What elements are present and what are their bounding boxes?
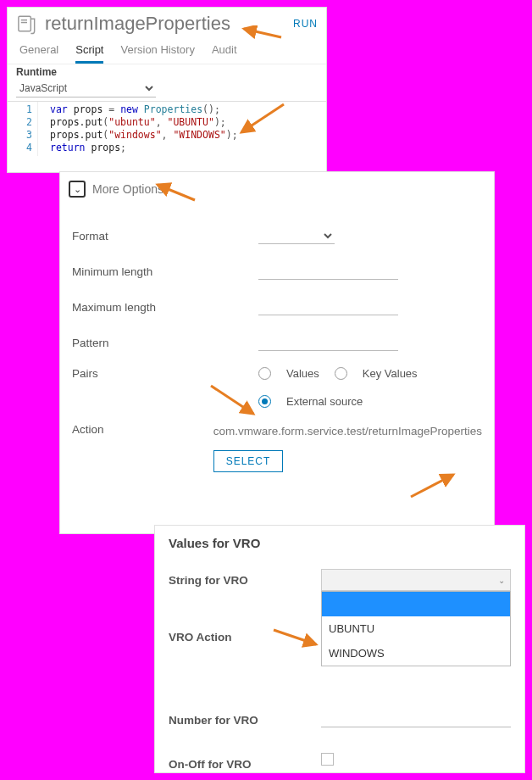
- action-label: Action: [72, 423, 213, 436]
- code-source: var props = new Properties(); props.put(…: [38, 102, 238, 156]
- runtime-row: Runtime JavaScript: [8, 64, 326, 98]
- pattern-input[interactable]: [258, 334, 398, 351]
- action-value: com.vmware.form.service.test/returnImage…: [213, 423, 482, 440]
- format-select[interactable]: [258, 227, 335, 244]
- dropdown-option-ubuntu[interactable]: UBUNTU: [322, 616, 510, 641]
- radio-key-values[interactable]: [335, 367, 347, 380]
- dropdown-option-highlight[interactable]: [322, 592, 510, 616]
- radio-values[interactable]: [258, 367, 271, 380]
- code-gutter: 1 2 3 4: [8, 102, 38, 156]
- tab-script[interactable]: Script: [75, 38, 103, 64]
- more-options-toggle[interactable]: ⌄ More Options: [69, 181, 163, 198]
- chevron-down-icon[interactable]: ⌄: [69, 181, 86, 198]
- code-editor[interactable]: 1 2 3 4 var props = new Properties(); pr…: [8, 101, 326, 156]
- runtime-select[interactable]: JavaScript: [16, 80, 156, 98]
- svg-rect-0: [19, 16, 30, 31]
- radio-external-source[interactable]: [258, 395, 271, 408]
- minlen-input[interactable]: [258, 263, 398, 280]
- run-button[interactable]: RUN: [293, 18, 318, 30]
- script-icon: [16, 13, 38, 35]
- pattern-label: Pattern: [72, 337, 258, 349]
- format-label: Format: [72, 230, 258, 242]
- number-for-vro-label: Number for VRO: [169, 709, 321, 727]
- action-title: returnImageProperties: [45, 13, 286, 35]
- string-for-vro-dropdown: UBUNTU WINDOWS: [321, 591, 511, 666]
- minlen-label: Minimum length: [72, 265, 258, 278]
- number-for-vro-input[interactable]: [321, 709, 511, 727]
- vro-action-label: VRO Action: [169, 626, 321, 644]
- chevron-down-icon: ⌄: [498, 576, 505, 585]
- tab-version-history[interactable]: Version History: [120, 38, 194, 64]
- more-options-panel: ⌄ More Options Format Minimum length Max…: [59, 171, 495, 534]
- more-options-label: More Options: [92, 182, 163, 196]
- options-form: Format Minimum length Maximum length Pat…: [72, 218, 482, 472]
- runtime-label: Runtime: [16, 66, 318, 78]
- onoff-for-vro-label: On-Off for VRO: [169, 753, 321, 771]
- string-for-vro-label: String for VRO: [169, 569, 321, 587]
- panel1-header: returnImageProperties RUN: [8, 8, 326, 38]
- tabs: General Script Version History Audit: [8, 38, 326, 64]
- script-action-panel: returnImageProperties RUN General Script…: [7, 7, 327, 173]
- maxlen-input[interactable]: [258, 298, 398, 315]
- onoff-checkbox[interactable]: [321, 753, 334, 766]
- string-for-vro-select[interactable]: ⌄: [321, 569, 511, 591]
- tab-audit[interactable]: Audit: [212, 38, 237, 64]
- values-for-vro-panel: Values for VRO String for VRO ⌄ UBUNTU W…: [154, 525, 525, 773]
- maxlen-label: Maximum length: [72, 301, 258, 314]
- tab-general[interactable]: General: [19, 38, 58, 64]
- panel3-title: Values for VRO: [169, 536, 511, 550]
- select-button[interactable]: SELECT: [213, 450, 284, 472]
- dropdown-option-windows[interactable]: WINDOWS: [322, 641, 510, 666]
- pairs-label: Pairs: [72, 367, 258, 380]
